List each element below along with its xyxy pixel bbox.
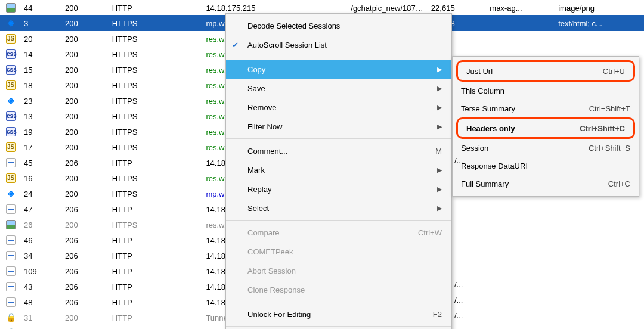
session-id: 18: [21, 77, 63, 93]
session-id: 45: [21, 155, 63, 170]
stream-icon: [6, 297, 16, 307]
session-cache: [487, 248, 556, 263]
session-protocol: HTTP: [110, 294, 204, 310]
session-type: [556, 294, 644, 310]
menu-remove[interactable]: Remove▶: [226, 98, 451, 117]
row-extra: /...: [454, 311, 463, 320]
menu-decode[interactable]: Decode Selected Sessions: [226, 16, 451, 35]
menu-filter[interactable]: Filter Now▶: [226, 117, 451, 136]
session-protocol: HTTPS: [110, 139, 204, 155]
session-id: 14: [21, 46, 63, 62]
submenu-just-url[interactable]: Just UrlCtrl+U: [458, 62, 633, 80]
session-status: 200: [63, 186, 110, 201]
session-status: 200: [63, 0, 110, 15]
session-protocol: HTTPS: [110, 31, 204, 46]
session-cache: [487, 310, 556, 325]
check-icon: ✔: [232, 41, 239, 49]
session-id: 109: [21, 263, 63, 279]
session-status: 206: [63, 155, 110, 170]
css-icon: css: [6, 49, 16, 59]
highlight-headers-only: Headers onlyCtrl+Shift+C: [456, 117, 635, 139]
session-protocol: HTTP: [110, 325, 204, 329]
session-status: 200: [63, 93, 110, 108]
session-type: image/png: [556, 0, 644, 15]
stream-icon: [6, 251, 16, 260]
session-id: 19: [21, 124, 63, 139]
session-protocol: HTTPS: [110, 108, 204, 124]
menu-comment[interactable]: Comment...M: [226, 141, 451, 160]
session-id: 15: [21, 62, 63, 77]
session-status: 206: [63, 201, 110, 217]
image-icon: [6, 220, 16, 229]
session-protocol: HTTPS: [110, 217, 204, 232]
session-cache: [487, 217, 556, 232]
chevron-right-icon: ▶: [437, 85, 442, 92]
session-id: 44: [21, 0, 63, 15]
context-menu: Decode Selected Sessions ✔AutoScroll Ses…: [225, 13, 452, 329]
stream-icon: [6, 158, 16, 167]
session-id: 20: [21, 31, 63, 46]
session-id: 3: [21, 15, 63, 31]
image-icon: [6, 3, 16, 13]
chevron-right-icon: ▶: [437, 185, 442, 193]
css-icon: css: [6, 127, 16, 136]
session-status: 200: [63, 310, 110, 325]
session-type: [556, 279, 644, 294]
session-type: text/html; c...: [556, 15, 644, 31]
diamond-icon: ◈: [6, 18, 16, 28]
menu-cometpeek: COMETPeek: [226, 242, 451, 261]
row-extra: /...: [454, 156, 463, 165]
session-type: [556, 232, 644, 248]
session-cache: [487, 325, 556, 329]
session-protocol: HTTP: [110, 263, 204, 279]
session-protocol: HTTP: [110, 0, 204, 15]
submenu-session[interactable]: SessionCtrl+Shift+S: [453, 139, 639, 157]
css-icon: css: [6, 65, 16, 75]
session-status: 200: [63, 139, 110, 155]
row-extra: /...: [454, 280, 463, 289]
session-type: [556, 263, 644, 279]
menu-copy[interactable]: Copy▶: [226, 60, 451, 79]
session-cache: [487, 31, 556, 46]
menu-mark[interactable]: Mark▶: [226, 160, 451, 179]
row-extra: /...: [454, 296, 463, 305]
session-status: 200: [63, 46, 110, 62]
menu-save[interactable]: Save▶: [226, 79, 451, 98]
session-status: 200: [63, 325, 110, 329]
menu-abort: Abort Session: [226, 261, 451, 280]
session-protocol: HTTPS: [110, 77, 204, 93]
session-cache: [487, 263, 556, 279]
menu-separator: [226, 220, 451, 221]
session-type: [556, 201, 644, 217]
js-icon: JS: [6, 34, 16, 44]
session-status: 206: [63, 294, 110, 310]
menu-separator: [226, 138, 451, 139]
submenu-terse[interactable]: Terse SummaryCtrl+Shift+T: [453, 100, 639, 117]
chevron-right-icon: ▶: [437, 123, 442, 131]
session-type: [556, 248, 644, 263]
submenu-headers-only[interactable]: Headers onlyCtrl+Shift+C: [458, 119, 633, 137]
submenu-full-summary[interactable]: Full SummaryCtrl+C: [453, 175, 639, 193]
submenu-response-datauri[interactable]: Response DataURI: [453, 157, 639, 175]
session-status: 200: [63, 15, 110, 31]
submenu-this-column[interactable]: This Column: [453, 82, 639, 100]
session-id: 16: [21, 170, 63, 186]
menu-autoscroll[interactable]: ✔AutoScroll Session List: [226, 35, 451, 54]
session-cache: max-ag...: [487, 0, 556, 15]
css-icon: css: [6, 111, 16, 121]
session-id: 47: [21, 201, 63, 217]
menu-clone: Clone Response: [226, 280, 451, 299]
session-protocol: HTTP: [110, 232, 204, 248]
chevron-right-icon: ▶: [437, 104, 442, 111]
session-protocol: HTTPS: [110, 186, 204, 201]
session-status: 200: [63, 77, 110, 93]
session-id: 31: [21, 310, 63, 325]
session-protocol: HTTPS: [110, 124, 204, 139]
highlight-just-url: Just UrlCtrl+U: [456, 60, 635, 82]
session-id: 30: [21, 325, 63, 329]
js-icon: JS: [6, 142, 16, 152]
menu-replay[interactable]: Replay▶: [226, 179, 451, 198]
session-protocol: HTTPS: [110, 93, 204, 108]
menu-select[interactable]: Select▶: [226, 198, 451, 218]
menu-unlock[interactable]: Unlock For EditingF2: [226, 305, 451, 324]
